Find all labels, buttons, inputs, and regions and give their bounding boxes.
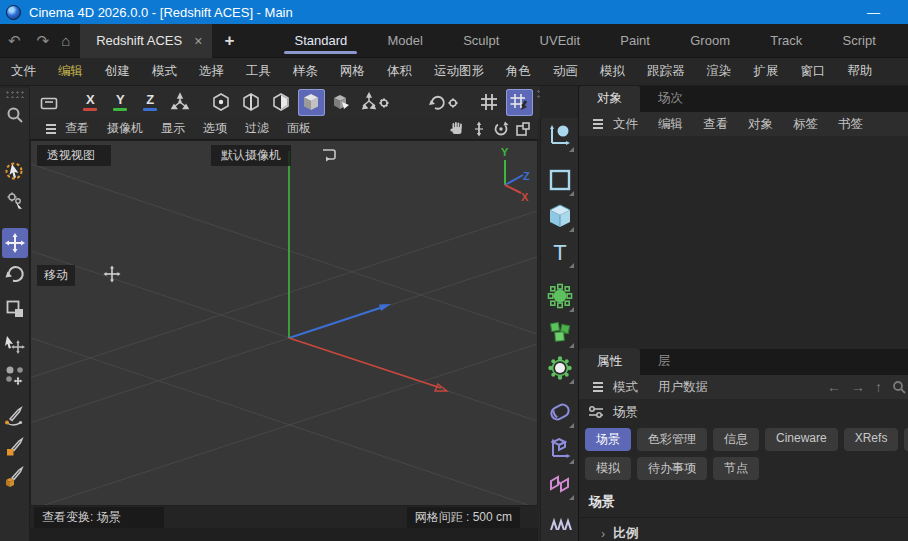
spline-pen-icon[interactable]: [2, 402, 28, 432]
camera-switch-icon[interactable]: [319, 146, 339, 162]
menu-mode[interactable]: 模式: [141, 63, 188, 80]
minimize-button[interactable]: —: [867, 5, 880, 20]
object-menu-icon[interactable]: [579, 118, 603, 130]
deformer-icon[interactable]: [544, 394, 576, 430]
menu-simulate[interactable]: 模拟: [589, 63, 636, 80]
menu-tracker[interactable]: 跟踪器: [636, 63, 696, 80]
category-info[interactable]: 信息: [713, 428, 759, 451]
cube-primitive-icon[interactable]: [544, 198, 576, 234]
dolly-icon[interactable]: [470, 120, 488, 138]
menu-volume[interactable]: 体积: [376, 63, 423, 80]
transfer-tool-icon[interactable]: [2, 330, 28, 360]
edges-mode-icon[interactable]: [238, 89, 265, 116]
forward-icon[interactable]: →: [851, 379, 865, 395]
om-menu-file[interactable]: 文件: [603, 116, 648, 133]
search-tool-icon[interactable]: [2, 100, 28, 130]
snap-grid-icon[interactable]: [476, 89, 503, 116]
vp-menu-view[interactable]: 查看: [56, 120, 98, 137]
vp-menu-options[interactable]: 选项: [194, 120, 236, 137]
om-menu-view[interactable]: 查看: [693, 116, 738, 133]
tab-track[interactable]: Track: [766, 25, 806, 56]
menu-spline[interactable]: 样条: [282, 63, 329, 80]
simulation-move-icon[interactable]: [2, 360, 28, 390]
category-cineware[interactable]: Cineware: [765, 428, 838, 451]
menu-mesh[interactable]: 网格: [329, 63, 376, 80]
menu-render[interactable]: 渲染: [696, 63, 743, 80]
plane-primitive-icon[interactable]: [544, 162, 576, 198]
menu-edit[interactable]: 编辑: [47, 63, 94, 80]
group-scale[interactable]: › 比例: [579, 517, 908, 541]
view-label[interactable]: 透视视图: [37, 145, 111, 166]
generator-gear-icon[interactable]: [544, 350, 576, 386]
menu-mograph[interactable]: 运动图形: [423, 63, 495, 80]
om-menu-tags[interactable]: 标签: [783, 116, 828, 133]
sketch-pen-icon[interactable]: [2, 432, 28, 462]
lock-x-icon[interactable]: X: [77, 89, 104, 116]
spline-primitive-icon[interactable]: [544, 118, 576, 154]
home-icon[interactable]: ⌂: [57, 32, 80, 49]
redo-icon[interactable]: ↷: [29, 32, 58, 50]
category-color-management[interactable]: 色彩管理: [637, 428, 707, 451]
vp-menu-filter[interactable]: 过滤: [236, 120, 278, 137]
menu-extensions[interactable]: 扩展: [743, 63, 790, 80]
viewport-canvas[interactable]: 透视视图 默认摄像机 Y Z X 移动: [30, 140, 538, 506]
vp-menu-camera[interactable]: 摄像机: [98, 120, 152, 137]
cloner-icon[interactable]: [544, 278, 576, 314]
menu-animate[interactable]: 动画: [542, 63, 589, 80]
menu-create[interactable]: 创建: [94, 63, 141, 80]
category-todo[interactable]: 待办事项: [637, 457, 707, 480]
xpresso-icon[interactable]: [544, 466, 576, 502]
hair-icon[interactable]: [544, 516, 576, 530]
model-mode-icon[interactable]: [298, 89, 325, 116]
maximize-view-icon[interactable]: [514, 120, 532, 138]
tab-script[interactable]: Script: [839, 25, 880, 56]
attribute-menu-icon[interactable]: [579, 381, 603, 393]
menu-character[interactable]: 角色: [495, 63, 542, 80]
tab-model[interactable]: Model: [384, 25, 427, 56]
coordinates-box-icon[interactable]: [36, 89, 63, 116]
toolbar-drag-handle[interactable]: [32, 89, 33, 115]
om-menu-edit[interactable]: 编辑: [648, 116, 693, 133]
tab-sculpt[interactable]: Sculpt: [459, 25, 503, 56]
lock-z-icon[interactable]: Z: [137, 89, 164, 116]
menu-file[interactable]: 文件: [0, 63, 47, 80]
move-tool-icon[interactable]: [2, 228, 28, 258]
quantize-grid-icon[interactable]: [506, 89, 533, 116]
close-icon[interactable]: ×: [194, 33, 202, 49]
axis-modify-icon[interactable]: [167, 89, 194, 116]
category-xrefs[interactable]: XRefs: [844, 428, 899, 451]
category-simulation[interactable]: 模拟: [585, 457, 631, 480]
volume-builder-icon[interactable]: [544, 314, 576, 350]
search-icon[interactable]: [892, 380, 906, 394]
viewport[interactable]: 查看 摄像机 显示 选项 过滤 面板: [30, 118, 538, 541]
menu-window[interactable]: 窗口: [790, 63, 837, 80]
scale-tool-icon[interactable]: [2, 294, 28, 324]
om-menu-object[interactable]: 对象: [738, 116, 783, 133]
category-scene[interactable]: 场景: [585, 428, 631, 451]
undo-icon[interactable]: ↶: [0, 32, 29, 50]
category-nodes[interactable]: 节点: [713, 457, 759, 480]
om-menu-bookmarks[interactable]: 书签: [828, 116, 873, 133]
live-selection-icon[interactable]: [2, 156, 28, 186]
vp-menu-display[interactable]: 显示: [152, 120, 194, 137]
points-mode-icon[interactable]: [208, 89, 235, 116]
menu-tools[interactable]: 工具: [235, 63, 282, 80]
object-list[interactable]: [579, 136, 908, 349]
menu-select[interactable]: 选择: [188, 63, 235, 80]
category-animation[interactable]: 动画: [904, 428, 908, 451]
camera-label[interactable]: 默认摄像机: [211, 145, 291, 166]
tab-layers[interactable]: 层: [640, 348, 689, 375]
tab-paint[interactable]: Paint: [616, 25, 654, 56]
rotate-tool-icon[interactable]: [2, 258, 28, 288]
am-menu-userdata[interactable]: 用户数据: [648, 379, 718, 396]
polygons-mode-icon[interactable]: [268, 89, 295, 116]
tab-attributes[interactable]: 属性: [579, 348, 640, 375]
lock-y-icon[interactable]: Y: [107, 89, 134, 116]
rotate-workplane-icon[interactable]: [426, 89, 462, 116]
pen-cube-icon[interactable]: [2, 462, 28, 492]
viewport-menu-icon[interactable]: [30, 123, 56, 135]
tab-uvedit[interactable]: UVEdit: [536, 25, 584, 56]
document-tab[interactable]: Redshift ACES ×: [80, 24, 212, 58]
axis-mode-icon[interactable]: [328, 89, 355, 116]
field-icon[interactable]: [544, 430, 576, 466]
